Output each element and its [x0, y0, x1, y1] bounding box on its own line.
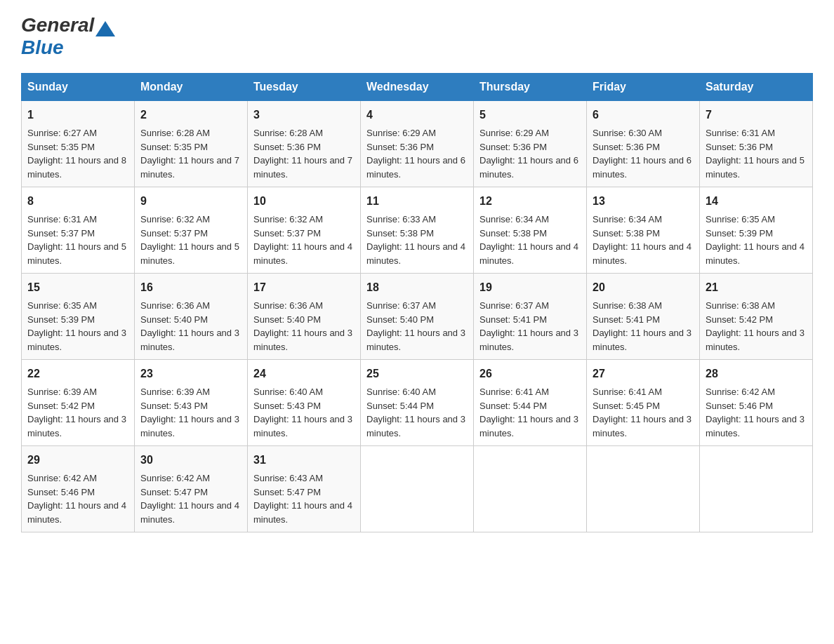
calendar-cell: 24 Sunrise: 6:40 AM Sunset: 5:43 PM Dayl…	[248, 360, 361, 446]
daylight-text: Daylight: 11 hours and 3 minutes.	[479, 328, 578, 352]
sunset-text: Sunset: 5:47 PM	[253, 487, 321, 497]
sunrise-text: Sunrise: 6:38 AM	[706, 300, 775, 311]
daylight-text: Daylight: 11 hours and 4 minutes.	[27, 500, 126, 525]
sunrise-text: Sunrise: 6:32 AM	[140, 214, 210, 224]
calendar-week-3: 15 Sunrise: 6:35 AM Sunset: 5:39 PM Dayl…	[22, 274, 813, 360]
sunrise-text: Sunrise: 6:43 AM	[253, 473, 323, 483]
sunset-text: Sunset: 5:36 PM	[706, 142, 773, 152]
days-of-week-row: SundayMondayTuesdayWednesdayThursdayFrid…	[22, 74, 813, 101]
sunset-text: Sunset: 5:36 PM	[479, 142, 547, 152]
daylight-text: Daylight: 11 hours and 6 minutes.	[593, 155, 691, 180]
calendar-cell: 11 Sunrise: 6:33 AM Sunset: 5:38 PM Dayl…	[361, 187, 474, 274]
sunrise-text: Sunrise: 6:40 AM	[253, 387, 323, 397]
calendar-cell	[587, 446, 700, 532]
sunrise-text: Sunrise: 6:33 AM	[366, 214, 436, 224]
calendar-week-5: 29 Sunrise: 6:42 AM Sunset: 5:46 PM Dayl…	[22, 446, 813, 532]
daylight-text: Daylight: 11 hours and 8 minutes.	[27, 155, 126, 180]
sunset-text: Sunset: 5:36 PM	[253, 142, 321, 152]
calendar-header: SundayMondayTuesdayWednesdayThursdayFrid…	[22, 74, 813, 101]
logo-general-text: General	[21, 14, 94, 36]
calendar-cell	[361, 446, 474, 532]
sunrise-text: Sunrise: 6:36 AM	[140, 300, 210, 311]
sunrise-text: Sunrise: 6:42 AM	[140, 473, 210, 483]
day-number: 30	[140, 452, 241, 469]
logo-triangle-icon	[95, 21, 115, 36]
calendar-cell: 2 Sunrise: 6:28 AM Sunset: 5:35 PM Dayli…	[135, 101, 248, 187]
sunrise-text: Sunrise: 6:42 AM	[27, 473, 97, 483]
calendar-week-4: 22 Sunrise: 6:39 AM Sunset: 5:42 PM Dayl…	[22, 360, 813, 446]
daylight-text: Daylight: 11 hours and 7 minutes.	[253, 155, 352, 180]
day-number: 5	[479, 107, 581, 123]
sunset-text: Sunset: 5:36 PM	[366, 142, 434, 152]
sunset-text: Sunset: 5:38 PM	[366, 228, 434, 239]
sunset-text: Sunset: 5:41 PM	[479, 314, 547, 325]
sunrise-text: Sunrise: 6:39 AM	[27, 387, 97, 397]
day-number: 6	[593, 107, 694, 123]
logo-blue-text: Blue	[21, 36, 64, 59]
calendar-body: 1 Sunrise: 6:27 AM Sunset: 5:35 PM Dayli…	[22, 101, 813, 532]
daylight-text: Daylight: 11 hours and 3 minutes.	[140, 328, 239, 352]
sunrise-text: Sunrise: 6:35 AM	[27, 300, 97, 311]
sunrise-text: Sunrise: 6:34 AM	[479, 214, 549, 224]
day-number: 19	[479, 279, 581, 296]
daylight-text: Daylight: 11 hours and 5 minutes.	[27, 241, 126, 266]
daylight-text: Daylight: 11 hours and 4 minutes.	[253, 241, 352, 266]
day-number: 15	[27, 279, 128, 296]
calendar-cell: 21 Sunrise: 6:38 AM Sunset: 5:42 PM Dayl…	[700, 274, 813, 360]
calendar-cell: 8 Sunrise: 6:31 AM Sunset: 5:37 PM Dayli…	[22, 187, 135, 274]
sunset-text: Sunset: 5:42 PM	[27, 401, 95, 411]
sunset-text: Sunset: 5:35 PM	[140, 142, 208, 152]
daylight-text: Daylight: 11 hours and 3 minutes.	[593, 328, 691, 352]
calendar-cell: 26 Sunrise: 6:41 AM Sunset: 5:44 PM Dayl…	[474, 360, 587, 446]
daylight-text: Daylight: 11 hours and 4 minutes.	[366, 241, 465, 266]
day-header-tuesday: Tuesday	[248, 74, 361, 101]
day-number: 11	[366, 193, 468, 210]
day-number: 25	[366, 365, 468, 382]
sunset-text: Sunset: 5:37 PM	[27, 228, 95, 239]
calendar-cell: 29 Sunrise: 6:42 AM Sunset: 5:46 PM Dayl…	[22, 446, 135, 532]
sunset-text: Sunset: 5:43 PM	[140, 401, 208, 411]
daylight-text: Daylight: 11 hours and 3 minutes.	[27, 414, 126, 438]
sunset-text: Sunset: 5:37 PM	[140, 228, 208, 239]
calendar-cell: 12 Sunrise: 6:34 AM Sunset: 5:38 PM Dayl…	[474, 187, 587, 274]
calendar-cell: 27 Sunrise: 6:41 AM Sunset: 5:45 PM Dayl…	[587, 360, 700, 446]
day-number: 31	[253, 452, 355, 469]
daylight-text: Daylight: 11 hours and 4 minutes.	[593, 241, 691, 266]
daylight-text: Daylight: 11 hours and 4 minutes.	[479, 241, 578, 266]
sunset-text: Sunset: 5:40 PM	[366, 314, 434, 325]
sunset-text: Sunset: 5:45 PM	[593, 401, 660, 411]
day-number: 12	[479, 193, 581, 210]
sunrise-text: Sunrise: 6:39 AM	[140, 387, 210, 397]
sunrise-text: Sunrise: 6:35 AM	[706, 214, 775, 224]
calendar-cell: 22 Sunrise: 6:39 AM Sunset: 5:42 PM Dayl…	[22, 360, 135, 446]
sunrise-text: Sunrise: 6:40 AM	[366, 387, 436, 397]
daylight-text: Daylight: 11 hours and 3 minutes.	[706, 414, 805, 438]
sunset-text: Sunset: 5:37 PM	[253, 228, 321, 239]
daylight-text: Daylight: 11 hours and 4 minutes.	[253, 500, 352, 525]
calendar-cell: 14 Sunrise: 6:35 AM Sunset: 5:39 PM Dayl…	[700, 187, 813, 274]
sunset-text: Sunset: 5:46 PM	[706, 401, 773, 411]
day-number: 4	[366, 107, 468, 123]
sunrise-text: Sunrise: 6:28 AM	[140, 128, 210, 138]
day-header-thursday: Thursday	[474, 74, 587, 101]
sunset-text: Sunset: 5:39 PM	[27, 314, 95, 325]
calendar-cell: 16 Sunrise: 6:36 AM Sunset: 5:40 PM Dayl…	[135, 274, 248, 360]
day-number: 8	[27, 193, 128, 210]
daylight-text: Daylight: 11 hours and 3 minutes.	[593, 414, 691, 438]
calendar-cell: 18 Sunrise: 6:37 AM Sunset: 5:40 PM Dayl…	[361, 274, 474, 360]
daylight-text: Daylight: 11 hours and 5 minutes.	[706, 155, 805, 180]
calendar-cell: 17 Sunrise: 6:36 AM Sunset: 5:40 PM Dayl…	[248, 274, 361, 360]
calendar-cell: 15 Sunrise: 6:35 AM Sunset: 5:39 PM Dayl…	[22, 274, 135, 360]
calendar-cell: 31 Sunrise: 6:43 AM Sunset: 5:47 PM Dayl…	[248, 446, 361, 532]
calendar-cell: 20 Sunrise: 6:38 AM Sunset: 5:41 PM Dayl…	[587, 274, 700, 360]
daylight-text: Daylight: 11 hours and 3 minutes.	[366, 328, 465, 352]
day-number: 28	[706, 365, 807, 382]
calendar-cell: 10 Sunrise: 6:32 AM Sunset: 5:37 PM Dayl…	[248, 187, 361, 274]
sunrise-text: Sunrise: 6:42 AM	[706, 387, 775, 397]
calendar-week-1: 1 Sunrise: 6:27 AM Sunset: 5:35 PM Dayli…	[22, 101, 813, 187]
day-number: 7	[706, 107, 807, 123]
sunrise-text: Sunrise: 6:31 AM	[27, 214, 97, 224]
daylight-text: Daylight: 11 hours and 4 minutes.	[706, 241, 805, 266]
calendar-cell: 19 Sunrise: 6:37 AM Sunset: 5:41 PM Dayl…	[474, 274, 587, 360]
calendar-cell: 13 Sunrise: 6:34 AM Sunset: 5:38 PM Dayl…	[587, 187, 700, 274]
